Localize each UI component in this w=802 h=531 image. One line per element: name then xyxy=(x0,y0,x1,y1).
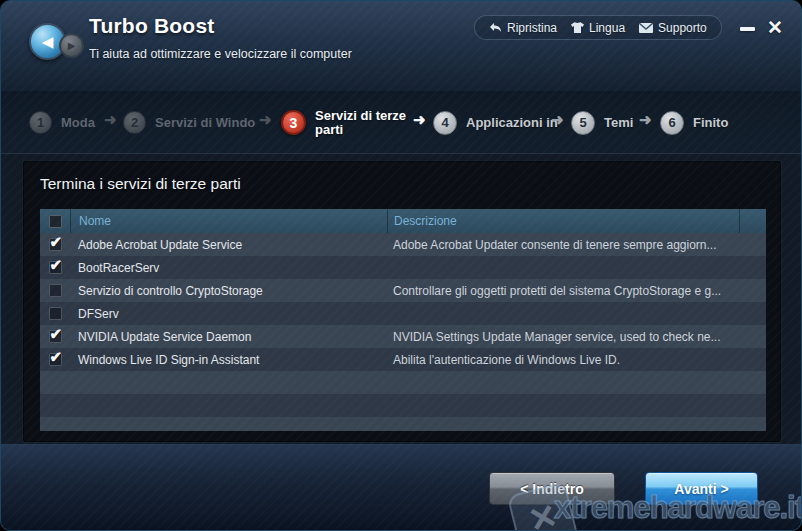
step-moda: 1 Moda xyxy=(29,91,95,154)
service-checkbox[interactable] xyxy=(49,261,62,274)
wizard-steps: 1 Moda ➜ 2 Servizi di Windo ➜ 3 Servizi … xyxy=(1,91,801,154)
service-name: BootRacerServ xyxy=(70,256,387,279)
step-number: 2 xyxy=(123,111,146,134)
service-description: Controllare gli oggetti protetti del sis… xyxy=(387,279,739,302)
step-number: 3 xyxy=(281,110,306,135)
column-header-descrizione[interactable]: Descrizione xyxy=(387,209,739,233)
step-number: 4 xyxy=(433,111,457,135)
step-label: Applicazioni in xyxy=(466,116,558,130)
table-row[interactable]: DFServ xyxy=(40,302,766,325)
restore-label: Ripristina xyxy=(507,21,557,35)
content-panel: Termina i servizi di terze parti Nome De… xyxy=(23,161,781,442)
table-row-empty xyxy=(40,417,766,431)
step-servizi-terze-parti: 3 Servizi di terze parti xyxy=(281,91,433,154)
step-arrow-icon: ➜ xyxy=(104,111,117,129)
service-description: NVIDIA Settings Update Manager service, … xyxy=(387,325,739,348)
service-name: Windows Live ID Sign-in Assistant xyxy=(70,348,387,371)
step-arrow-icon: ➜ xyxy=(259,111,272,129)
column-header-tail xyxy=(739,209,766,233)
undo-icon xyxy=(489,22,502,33)
table-row[interactable]: Adobe Acrobat Update Service Adobe Acrob… xyxy=(40,233,766,256)
service-name: Adobe Acrobat Update Service xyxy=(70,233,387,256)
service-name: NVIDIA Update Service Daemon xyxy=(70,325,387,348)
step-number: 6 xyxy=(660,111,684,135)
mail-icon xyxy=(639,23,653,33)
forward-circle-icon[interactable]: ▶ xyxy=(59,33,84,58)
service-checkbox[interactable] xyxy=(49,353,62,366)
service-checkbox[interactable] xyxy=(49,284,62,297)
step-arrow-icon: ➜ xyxy=(639,111,652,129)
support-link[interactable]: Supporto xyxy=(639,21,707,35)
app-subtitle: Ti aiuta ad ottimizzare e velocizzare il… xyxy=(89,47,352,61)
service-description xyxy=(387,302,739,325)
table-row-empty xyxy=(40,394,766,417)
step-label: Temi xyxy=(604,116,633,130)
step-arrow-icon: ➜ xyxy=(551,111,564,129)
select-all-checkbox[interactable] xyxy=(49,215,62,228)
app-title: Turbo Boost xyxy=(89,14,214,38)
back-button[interactable]: < Indietro xyxy=(489,472,615,505)
close-button[interactable]: ✕ xyxy=(764,17,786,39)
language-link[interactable]: Lingua xyxy=(571,21,625,35)
titlebar: ◀ ▶ Turbo Boost Ti aiuta ad ottimizzare … xyxy=(1,1,801,91)
service-checkbox[interactable] xyxy=(49,238,62,251)
step-finito: 6 Finito xyxy=(660,91,728,154)
table-row[interactable]: Windows Live ID Sign-in Assistant Abilit… xyxy=(40,348,766,371)
column-header-nome[interactable]: Nome xyxy=(70,209,387,233)
step-applicazioni: 4 Applicazioni in xyxy=(433,91,558,154)
step-number: 1 xyxy=(29,111,52,134)
page-title: Termina i servizi di terze parti xyxy=(40,175,241,193)
step-number: 5 xyxy=(571,111,595,135)
step-label: Moda xyxy=(61,116,95,130)
table-row-empty xyxy=(40,371,766,394)
language-label: Lingua xyxy=(589,21,625,35)
services-table: Nome Descrizione Adobe Acrobat Update Se… xyxy=(40,209,766,431)
service-name: Servizio di controllo CryptoStorage xyxy=(70,279,387,302)
app-window: ◀ ▶ Turbo Boost Ti aiuta ad ottimizzare … xyxy=(0,0,802,531)
service-description: Adobe Acrobat Updater consente di tenere… xyxy=(387,233,739,256)
next-button[interactable]: Avanti > xyxy=(645,472,758,505)
table-row[interactable]: NVIDIA Update Service Daemon NVIDIA Sett… xyxy=(40,325,766,348)
service-description xyxy=(387,256,739,279)
step-arrow-icon: ➜ xyxy=(413,111,426,129)
service-description: Abilita l'autenticazione di Windows Live… xyxy=(387,348,739,371)
table-header: Nome Descrizione xyxy=(40,209,766,233)
table-row[interactable]: BootRacerServ xyxy=(40,256,766,279)
step-label: Finito xyxy=(693,116,728,130)
service-checkbox[interactable] xyxy=(49,330,62,343)
service-checkbox[interactable] xyxy=(49,307,62,320)
step-label: Servizi di Windo xyxy=(155,116,255,130)
step-temi: 5 Temi xyxy=(571,91,633,154)
minimize-button[interactable] xyxy=(740,27,755,31)
titlebar-links: Ripristina Lingua Supporto xyxy=(474,15,722,40)
restore-link[interactable]: Ripristina xyxy=(489,21,557,35)
step-servizi-windows: 2 Servizi di Windo xyxy=(123,91,255,154)
table-row[interactable]: Servizio di controllo CryptoStorage Cont… xyxy=(40,279,766,302)
shirt-icon xyxy=(571,22,584,33)
service-name: DFServ xyxy=(70,302,387,325)
footer-bar: < Indietro Avanti > xyxy=(1,444,801,531)
support-label: Supporto xyxy=(658,21,707,35)
